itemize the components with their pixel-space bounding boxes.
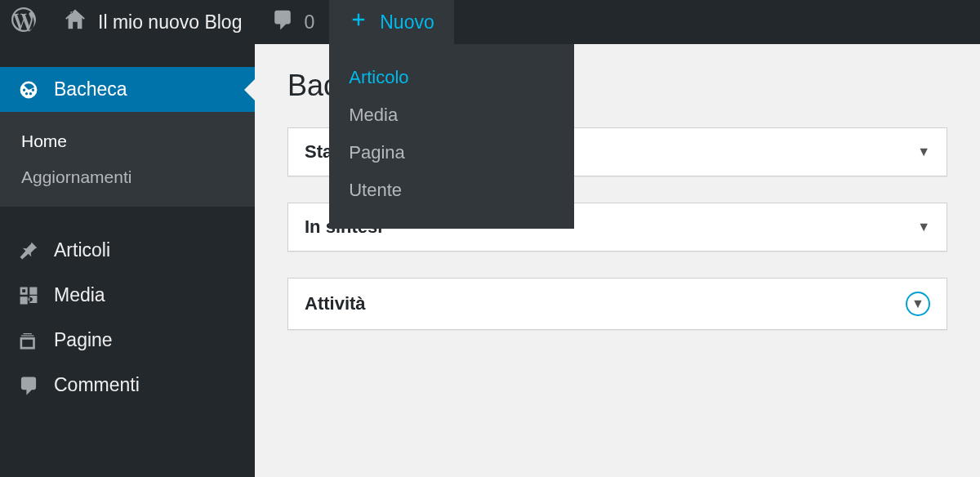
site-name-menu[interactable]: Il mio nuovo Blog	[49, 0, 256, 44]
new-item-articolo[interactable]: Articolo	[329, 59, 574, 96]
chevron-down-icon: ▼	[917, 145, 930, 159]
comment-icon	[15, 375, 42, 396]
new-item-utente[interactable]: Utente	[329, 172, 574, 209]
sidebar-item-posts[interactable]: Articoli	[0, 228, 255, 273]
wp-logo-menu[interactable]	[0, 0, 49, 44]
sidebar-sub-updates[interactable]: Aggiornamenti	[0, 159, 255, 195]
sidebar-item-label: Media	[54, 284, 105, 306]
chevron-down-icon: ▼	[917, 220, 930, 234]
sidebar-item-comments[interactable]: Commenti	[0, 363, 255, 408]
comment-icon	[271, 8, 294, 36]
site-name-label: Il mio nuovo Blog	[98, 11, 242, 33]
pin-icon	[15, 240, 42, 261]
sidebar-item-label: Bacheca	[54, 78, 127, 100]
pages-icon	[15, 330, 42, 351]
sidebar-item-media[interactable]: Media	[0, 273, 255, 318]
media-icon	[15, 285, 42, 306]
home-icon	[64, 8, 87, 36]
sidebar-item-dashboard[interactable]: Bacheca	[0, 67, 255, 112]
new-content-dropdown: Articolo Media Pagina Utente	[329, 44, 574, 229]
new-item-media[interactable]: Media	[329, 96, 574, 134]
sidebar-item-label: Pagine	[54, 329, 113, 351]
new-item-pagina[interactable]: Pagina	[329, 134, 574, 172]
sidebar-item-label: Commenti	[54, 374, 140, 396]
admin-toolbar: Il mio nuovo Blog 0 Nuovo Articolo Media…	[0, 0, 980, 44]
wordpress-icon	[11, 7, 36, 37]
sidebar-item-label: Articoli	[54, 239, 110, 261]
new-content-menu[interactable]: Nuovo Articolo Media Pagina Utente	[329, 0, 453, 44]
sidebar-item-pages[interactable]: Pagine	[0, 318, 255, 363]
sidebar-sub-home[interactable]: Home	[0, 123, 255, 159]
admin-sidebar: Bacheca Home Aggiornamenti Articoli Medi…	[0, 44, 255, 477]
comments-menu[interactable]: 0	[256, 0, 329, 44]
plus-icon	[349, 10, 368, 34]
sidebar-dashboard-submenu: Home Aggiornamenti	[0, 112, 255, 207]
dashboard-icon	[15, 79, 42, 100]
panel-attivita[interactable]: Attività ▼	[287, 278, 947, 330]
comment-count: 0	[304, 11, 314, 33]
panel-title: Attività	[305, 293, 366, 314]
chevron-down-icon[interactable]: ▼	[906, 292, 930, 316]
new-label: Nuovo	[380, 11, 434, 33]
